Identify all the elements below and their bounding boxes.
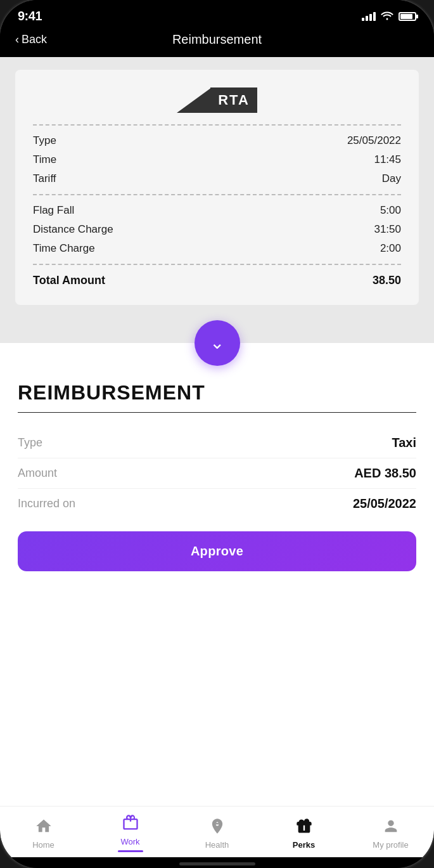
section-divider xyxy=(18,412,416,413)
back-button[interactable]: ‹ Back xyxy=(15,33,47,46)
work-nav-label: Work xyxy=(120,837,139,846)
signal-icon xyxy=(362,12,376,21)
reimbursement-title: REIMBURSEMENT xyxy=(18,381,416,405)
incurred-value: 25/05/2022 xyxy=(353,496,416,511)
receipt-total-row: Total Amount 38.50 xyxy=(33,274,401,287)
receipt-tariff-label: Tariff xyxy=(33,172,56,185)
receipt-distance-label: Distance Charge xyxy=(33,223,113,236)
incurred-row: Incurred on 25/05/2022 xyxy=(18,489,416,519)
chevron-down-icon: ⌄ xyxy=(210,334,224,352)
phone-screen: 9:41 ‹ xyxy=(0,0,434,868)
health-icon xyxy=(208,817,226,838)
receipt-divider-top xyxy=(33,124,401,126)
type-label: Type xyxy=(18,436,42,450)
receipt-type-row: Type 25/05/2022 xyxy=(33,134,401,147)
receipt-logo: RTA xyxy=(33,87,401,113)
receipt-time-row: Time 11:45 xyxy=(33,153,401,166)
bottom-nav: Home Work Health xyxy=(0,806,434,857)
receipt-timecharge-label: Time Charge xyxy=(33,242,95,255)
top-bar: ‹ Back Reimbursement xyxy=(0,27,434,57)
receipt-total-value: 38.50 xyxy=(373,274,401,287)
work-icon xyxy=(122,814,139,834)
receipt-divider-mid xyxy=(33,194,401,195)
wifi-icon xyxy=(381,10,393,23)
receipt-tariff-row: Tariff Day xyxy=(33,172,401,185)
rta-triangle xyxy=(177,87,212,113)
phone-frame: 9:41 ‹ xyxy=(0,0,434,868)
expand-button-wrapper: ⌄ xyxy=(195,320,240,366)
amount-row: Amount AED 38.50 xyxy=(18,458,416,489)
perks-icon xyxy=(295,817,313,838)
profile-nav-label: My profile xyxy=(373,840,408,850)
receipt-total-label: Total Amount xyxy=(33,274,105,287)
profile-icon xyxy=(382,817,400,838)
expand-button[interactable]: ⌄ xyxy=(195,320,240,366)
nav-item-profile[interactable]: My profile xyxy=(372,817,410,850)
receipt-flagfall-label: Flag Fall xyxy=(33,204,74,217)
back-chevron-icon: ‹ xyxy=(15,33,19,46)
main-content: REIMBURSEMENT Type Taxi Amount AED 38.50… xyxy=(0,343,434,806)
home-indicator xyxy=(179,862,255,865)
receipt-flagfall-row: Flag Fall 5:00 xyxy=(33,204,401,217)
status-time: 9:41 xyxy=(18,9,42,23)
nav-item-health[interactable]: Health xyxy=(198,817,236,850)
nav-item-home[interactable]: Home xyxy=(25,817,63,850)
rta-text: RTA xyxy=(210,87,257,113)
amount-value: AED 38.50 xyxy=(354,466,416,481)
battery-icon xyxy=(399,12,416,21)
receipt-timecharge-row: Time Charge 2:00 xyxy=(33,242,401,255)
receipt-type-label: Type xyxy=(33,134,56,147)
nav-item-perks[interactable]: Perks xyxy=(285,817,323,850)
amount-label: Amount xyxy=(18,467,57,480)
receipt-distance-row: Distance Charge 31:50 xyxy=(33,223,401,236)
type-value: Taxi xyxy=(392,436,416,450)
receipt-divider-bottom xyxy=(33,264,401,265)
receipt-type-value: 25/05/2022 xyxy=(347,134,401,147)
back-label: Back xyxy=(22,33,47,46)
status-icons xyxy=(362,10,416,23)
home-nav-label: Home xyxy=(32,840,54,850)
work-active-indicator xyxy=(118,850,143,852)
notch xyxy=(167,0,268,22)
receipt-timecharge-value: 2:00 xyxy=(380,242,401,255)
receipt-tariff-value: Day xyxy=(382,172,401,185)
incurred-label: Incurred on xyxy=(18,497,75,510)
health-nav-label: Health xyxy=(205,840,229,850)
receipt-area: RTA Type 25/05/2022 Time 11:45 Tariff Da… xyxy=(0,57,434,343)
receipt-time-value: 11:45 xyxy=(374,153,401,166)
receipt-time-label: Time xyxy=(33,153,56,166)
type-row: Type Taxi xyxy=(18,428,416,458)
receipt-distance-value: 31:50 xyxy=(374,223,401,236)
perks-nav-label: Perks xyxy=(293,840,315,850)
home-icon xyxy=(35,817,53,838)
receipt-card: RTA Type 25/05/2022 Time 11:45 Tariff Da… xyxy=(15,70,419,305)
receipt-flagfall-value: 5:00 xyxy=(380,204,401,217)
rta-logo: RTA xyxy=(177,87,257,113)
nav-item-work[interactable]: Work xyxy=(112,814,150,852)
approve-button[interactable]: Approve xyxy=(18,531,416,571)
page-title: Reimbursement xyxy=(172,32,262,47)
